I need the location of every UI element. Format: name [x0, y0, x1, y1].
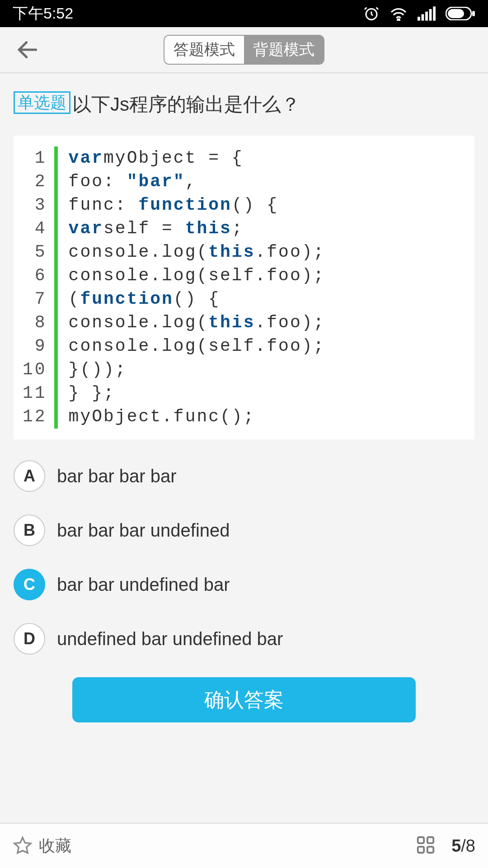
bottom-bar: 收藏 5/8: [0, 823, 488, 868]
star-icon: [13, 836, 33, 856]
tab-answer-mode[interactable]: 答题模式: [164, 36, 244, 64]
mode-segmented: 答题模式 背题模式: [164, 35, 324, 65]
favorite-button[interactable]: 收藏: [13, 835, 71, 857]
wifi-icon: [389, 6, 408, 21]
svg-rect-13: [427, 847, 433, 853]
status-bar: 下午5:52: [0, 0, 488, 27]
option-text: undefined bar undefined bar: [57, 629, 283, 649]
status-time: 下午5:52: [13, 3, 73, 24]
option-text: bar bar bar bar: [57, 466, 177, 486]
status-icons: [363, 5, 475, 22]
svg-point-1: [398, 19, 400, 21]
options-list: A bar bar bar bar B bar bar bar undefine…: [14, 460, 474, 655]
svg-rect-8: [448, 9, 464, 18]
battery-icon: [446, 7, 475, 20]
svg-rect-9: [472, 11, 475, 16]
svg-rect-3: [422, 14, 424, 20]
option-letter: A: [14, 460, 45, 492]
favorite-label: 收藏: [39, 835, 71, 857]
code-lines: varmyObject = {foo: "bar",func: function…: [69, 146, 325, 429]
code-gutter-bar: [54, 146, 58, 429]
option-text: bar bar undefined bar: [57, 575, 230, 595]
arrow-left-icon: [15, 37, 40, 62]
svg-rect-12: [418, 847, 424, 853]
option-b[interactable]: B bar bar bar undefined: [14, 514, 474, 546]
page-indicator: 5/8: [451, 836, 475, 856]
option-text: bar bar bar undefined: [57, 520, 230, 541]
option-a[interactable]: A bar bar bar bar: [14, 460, 474, 492]
svg-rect-6: [433, 6, 436, 20]
code-panel: 123456789101112 varmyObject = {foo: "bar…: [14, 136, 474, 439]
svg-rect-5: [429, 9, 432, 21]
content: 单选题以下Js程序的输出是什么？ 123456789101112 varmyOb…: [0, 73, 488, 736]
svg-rect-4: [425, 12, 428, 21]
total-pages: 8: [466, 836, 475, 855]
svg-rect-11: [427, 837, 433, 843]
question-grid-button[interactable]: [415, 835, 436, 857]
question-title: 单选题以下Js程序的输出是什么？: [14, 91, 474, 118]
svg-rect-10: [418, 837, 424, 843]
option-letter: C: [14, 569, 45, 600]
app-header: 答题模式 背题模式: [0, 27, 488, 72]
back-button[interactable]: [12, 34, 43, 66]
current-page: 5: [451, 836, 461, 855]
grid-icon: [415, 835, 436, 855]
signal-icon: [418, 6, 436, 21]
option-d[interactable]: D undefined bar undefined bar: [14, 623, 474, 655]
question-type-badge: 单选题: [14, 91, 70, 114]
question-text: 以下Js程序的输出是什么？: [72, 91, 300, 118]
svg-rect-2: [418, 17, 420, 21]
option-letter: B: [14, 514, 45, 546]
code-line-numbers: 123456789101112: [23, 146, 54, 429]
option-c[interactable]: C bar bar undefined bar: [14, 569, 474, 600]
tab-recite-mode[interactable]: 背题模式: [244, 36, 324, 64]
confirm-answer-button[interactable]: 确认答案: [72, 677, 416, 722]
option-letter: D: [14, 623, 45, 655]
alarm-icon: [363, 5, 380, 22]
